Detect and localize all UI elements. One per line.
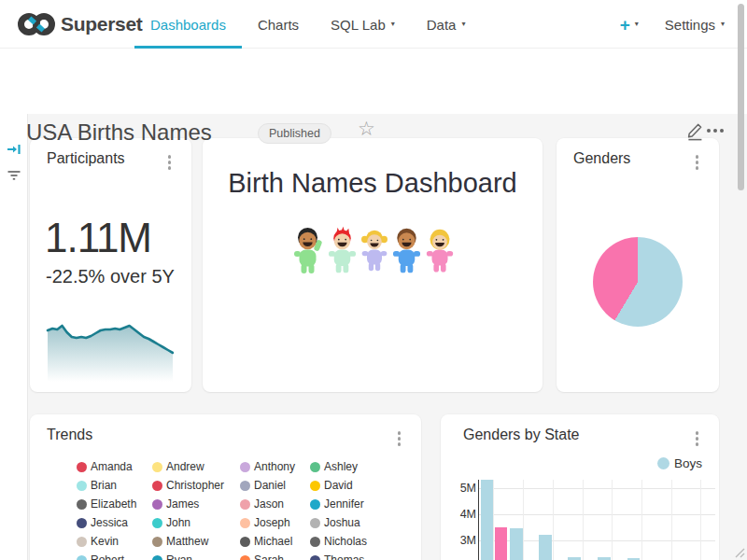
published-badge[interactable]: Published	[258, 123, 331, 144]
legend-label: David	[324, 479, 353, 492]
genders-pie-chart[interactable]	[593, 237, 683, 327]
child-figure-icon	[390, 226, 423, 274]
legend-swatch	[77, 481, 87, 491]
legend-item-david[interactable]: David	[310, 479, 353, 492]
kebab-menu-icon[interactable]	[694, 429, 701, 448]
nav-item-label: Charts	[258, 17, 299, 33]
legend-item-amanda[interactable]: Amanda	[77, 460, 133, 473]
legend-label: Michael	[254, 535, 292, 548]
expand-filter-bar-icon[interactable]	[7, 142, 21, 157]
card-trends: Trends AmandaAndrewAnthonyAshleyBrianChr…	[30, 414, 421, 560]
legend-item-andrew[interactable]: Andrew	[152, 460, 204, 473]
legend-item-brian[interactable]: Brian	[77, 479, 117, 492]
kebab-menu-icon[interactable]	[166, 153, 174, 172]
dashboard-title: USA Births Names	[26, 119, 212, 146]
legend-item-anthony[interactable]: Anthony	[240, 460, 295, 473]
legend-item-ashley[interactable]: Ashley	[310, 460, 358, 473]
legend-item-john[interactable]: John	[152, 516, 190, 529]
superset-logo-icon	[17, 10, 56, 38]
legend-item-jennifer[interactable]: Jennifer	[310, 497, 364, 511]
children-illustration	[203, 226, 543, 274]
more-actions-icon[interactable]	[707, 129, 724, 133]
legend-label: Elizabeth	[91, 497, 136, 511]
legend-swatch	[77, 499, 87, 510]
legend-item-joshua[interactable]: Joshua	[310, 516, 360, 529]
bar[interactable]	[510, 528, 523, 560]
legend-swatch	[152, 499, 162, 510]
card-markdown: Birth Names Dashboard	[203, 138, 543, 392]
nav-item-data[interactable]: Data▾	[411, 0, 482, 49]
bar[interactable]	[539, 535, 552, 560]
legend-swatch	[77, 462, 87, 472]
legend-swatch	[310, 555, 320, 560]
legend-item-matthew[interactable]: Matthew	[152, 535, 208, 548]
legend-item-christopher[interactable]: Christopher	[152, 479, 224, 492]
legend-item-ryan[interactable]: Ryan	[152, 553, 192, 560]
legend-item-kevin[interactable]: Kevin	[77, 535, 119, 548]
legend-label: Jennifer	[324, 497, 364, 511]
card-title: Trends	[47, 427, 92, 443]
legend-swatch	[310, 462, 320, 472]
nav-item-sql-lab[interactable]: SQL Lab▾	[315, 0, 411, 49]
legend-item-jessica[interactable]: Jessica	[77, 516, 128, 529]
child-figure-icon	[424, 226, 456, 274]
navbar-right: + ▾ Settings ▾	[620, 0, 725, 49]
superset-logo[interactable]: Superset	[17, 10, 142, 38]
vertical-scrollbar-thumb[interactable]	[738, 4, 744, 190]
bar[interactable]	[481, 480, 494, 560]
card-title: Participants	[47, 150, 125, 167]
legend-label: Ashley	[324, 460, 358, 473]
child-figure-icon	[290, 226, 325, 274]
bar-chart-legend[interactable]: Boys	[657, 456, 702, 470]
card-title: Genders by State	[463, 427, 580, 443]
legend-item-thomas[interactable]: Thomas	[310, 553, 364, 560]
legend-item-nicholas[interactable]: Nicholas	[310, 535, 367, 548]
kebab-menu-icon[interactable]	[694, 153, 701, 172]
bar[interactable]	[495, 527, 507, 560]
legend-swatch	[152, 481, 162, 491]
y-axis-line	[478, 480, 479, 560]
legend-label: Christopher	[166, 479, 224, 492]
legend-swatch	[152, 537, 162, 547]
legend-item-michael[interactable]: Michael	[240, 535, 292, 548]
legend-label: Nicholas	[324, 535, 367, 548]
legend-swatch	[310, 481, 320, 491]
settings-menu[interactable]: Settings ▾	[665, 17, 725, 33]
brand-name: Superset	[61, 13, 142, 35]
y-axis-tick: 3M	[450, 533, 476, 548]
legend-label: Amanda	[91, 460, 133, 473]
legend-swatch	[152, 462, 162, 472]
legend-label: Joshua	[324, 516, 360, 529]
favorite-star-icon[interactable]: ☆	[358, 118, 375, 140]
card-title: Genders	[573, 150, 630, 167]
y-axis-tick: 5M	[450, 481, 476, 496]
filter-funnel-icon[interactable]	[7, 168, 21, 183]
legend-swatch	[240, 499, 250, 510]
legend-swatch	[240, 462, 250, 472]
chevron-down-icon: ▾	[391, 21, 395, 28]
chevron-down-icon: ▾	[721, 21, 725, 28]
legend-item-joseph[interactable]: Joseph	[240, 516, 290, 529]
child-figure-icon	[359, 226, 389, 274]
legend-item-daniel[interactable]: Daniel	[240, 479, 286, 492]
legend-item-sarah[interactable]: Sarah	[240, 553, 284, 560]
legend-item-elizabeth[interactable]: Elizabeth	[77, 497, 136, 511]
child-figure-icon	[326, 226, 359, 274]
big-number-subheader: -22.5% over 5Y	[46, 266, 175, 287]
chevron-down-icon: ▾	[461, 21, 465, 28]
kebab-menu-icon[interactable]	[396, 429, 403, 448]
add-new-menu[interactable]: + ▾	[620, 16, 639, 34]
dashboard-header: USA Births Names Published ☆	[0, 49, 747, 114]
main-nav: DashboardsChartsSQL Lab▾Data▾	[134, 0, 481, 49]
nav-item-charts[interactable]: Charts	[242, 0, 315, 49]
legend-swatch	[152, 518, 162, 528]
legend-label: Boys	[674, 456, 702, 470]
legend-item-james[interactable]: James	[152, 497, 199, 511]
legend-item-jason[interactable]: Jason	[240, 497, 284, 511]
nav-item-dashboards[interactable]: Dashboards	[134, 0, 242, 49]
edit-pencil-icon[interactable]	[686, 121, 703, 141]
card-resize-handle-icon[interactable]	[732, 545, 745, 558]
card-genders-by-state: Genders by State Boys 5M4M3M	[441, 414, 719, 560]
legend-item-robert[interactable]: Robert	[77, 553, 124, 560]
legend-label: Daniel	[254, 479, 286, 492]
